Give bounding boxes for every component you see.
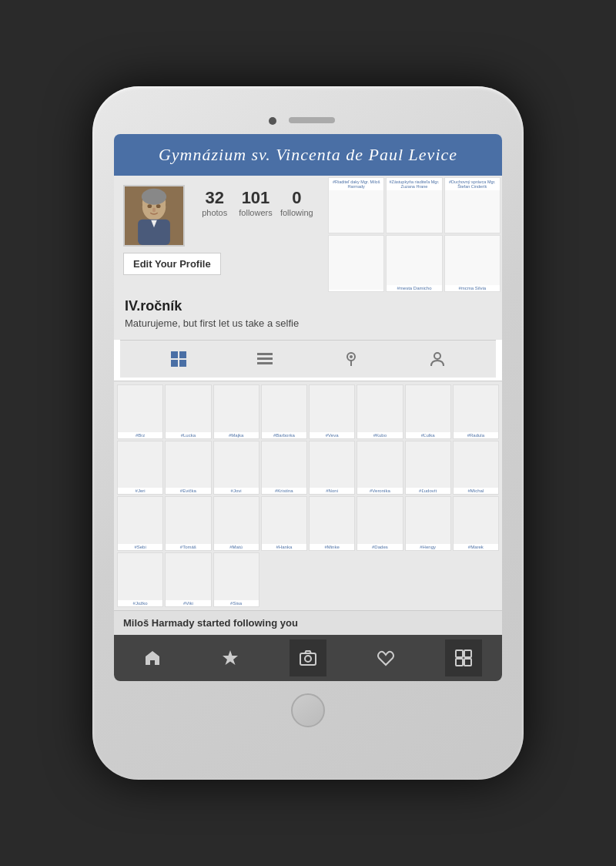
mini-photo-cell <box>328 235 384 291</box>
following-stat: 0 following <box>276 185 317 220</box>
main-photo-cell: #Kubo <box>357 384 403 439</box>
list-view-button[interactable] <box>251 345 279 373</box>
svg-point-6 <box>147 204 152 208</box>
camera-nav-button[interactable] <box>290 639 326 676</box>
username: IV.ročník <box>125 298 491 314</box>
main-photo-cell: #Jožko <box>117 552 163 607</box>
app-title: Gymnázium sv. Vincenta de Paul Levice <box>126 145 490 165</box>
main-photo-cell: #Majka <box>213 384 259 439</box>
speaker <box>289 117 335 123</box>
avatar <box>123 185 185 247</box>
main-photo-cell: #Hanka <box>261 496 307 551</box>
svg-point-3 <box>142 189 166 205</box>
location-view-button[interactable] <box>337 345 365 373</box>
tagged-view-button[interactable] <box>424 345 451 373</box>
main-photo-cell: #Tomáš <box>165 496 211 551</box>
main-photo-cell: #Ľulka <box>405 384 451 439</box>
svg-point-20 <box>305 656 311 662</box>
svg-rect-22 <box>464 650 471 657</box>
svg-point-8 <box>152 208 156 213</box>
profile-stats: 32 photos 101 followers 0 following <box>194 185 317 247</box>
grid-view-button[interactable] <box>165 345 192 373</box>
main-photo-cell: #Brz <box>117 384 163 439</box>
main-photo-grid: #Brz#Lucka#Majka#Barborka#Veva#Kubo#Ľulk… <box>114 381 502 611</box>
main-photo-cell: #Michal <box>453 441 499 495</box>
followers-stat: 101 followers <box>235 185 276 220</box>
svg-rect-21 <box>456 650 463 657</box>
main-photo-cell: #Lucka <box>165 384 211 439</box>
bottom-navigation <box>114 635 502 681</box>
main-photo-cell: #Marek <box>453 496 499 551</box>
svg-rect-9 <box>171 351 178 358</box>
main-photo-cell: #Barborka <box>261 384 307 439</box>
main-photo-cell: #Jeri <box>117 441 163 495</box>
camera-dot <box>269 117 276 125</box>
main-photo-cell: #Matú <box>213 496 259 551</box>
main-photo-cell: #Ľudovít <box>405 441 451 495</box>
mini-photo-cell: #Riaditeľ daky Mgr. Miloš Harmady <box>328 177 384 233</box>
mini-photo-cell: #Zástupkyňa riaditeľa Mgr. Zuzana Hrane <box>386 177 442 233</box>
svg-rect-13 <box>257 353 273 355</box>
main-photo-cell: #Veronika <box>357 441 403 495</box>
svg-rect-14 <box>257 357 273 360</box>
tablet-frame: Gymnázium sv. Vincenta de Paul Levice <box>92 86 524 780</box>
svg-rect-15 <box>257 362 273 364</box>
tablet-screen: Gymnázium sv. Vincenta de Paul Levice <box>114 134 502 681</box>
app-header: Gymnázium sv. Vincenta de Paul Levice <box>114 134 502 176</box>
profile-top: 32 photos 101 followers 0 following <box>114 176 326 253</box>
main-photo-cell: #Kristína <box>261 441 307 495</box>
main-photo-cell: #Noni <box>309 441 355 495</box>
profile-nav-button[interactable] <box>445 639 482 676</box>
explore-nav-button[interactable] <box>212 639 249 676</box>
main-photo-cell: #Jovi <box>213 441 259 495</box>
main-photo-cell: #Hengy <box>405 496 451 551</box>
svg-point-18 <box>434 353 440 359</box>
bio: Maturujeme, but first let us take a self… <box>125 317 491 329</box>
svg-point-17 <box>350 355 353 358</box>
home-nav-button[interactable] <box>134 639 171 676</box>
svg-rect-10 <box>179 351 186 358</box>
notification-text: started following you <box>194 617 297 629</box>
main-photo-cell: #Veva <box>309 384 355 439</box>
notification-user: Miloš Harmady <box>123 617 194 629</box>
main-photo-cell: #Radula <box>453 384 499 439</box>
mini-photo-cell: #mcma Silvia <box>444 235 500 291</box>
svg-rect-23 <box>456 659 463 666</box>
svg-rect-24 <box>464 659 471 666</box>
svg-rect-12 <box>179 360 186 367</box>
mini-photo-cell: #mesta Damicho <box>386 235 442 291</box>
svg-rect-11 <box>171 360 178 367</box>
main-photo-cell: #Viki <box>165 552 211 607</box>
main-photo-cell: #Sisa <box>213 552 259 607</box>
home-button[interactable] <box>291 693 325 727</box>
main-photo-cell: #Sebi <box>117 496 163 551</box>
main-photo-cell: #Minke <box>309 496 355 551</box>
main-photo-cell: #Dades <box>357 496 403 551</box>
mini-photo-cell: #Duchovný správca Mgr. Štefan Cinderík <box>444 177 500 233</box>
edit-profile-button[interactable]: Edit Your Profile <box>123 253 221 275</box>
top-right-photo-grid: #Riaditeľ daky Mgr. Miloš Harmady #Zástu… <box>326 176 502 294</box>
svg-point-7 <box>156 204 161 208</box>
photos-stat: 32 photos <box>194 185 235 220</box>
notification-bar: Miloš Harmady started following you <box>114 610 502 635</box>
main-photo-cell: #Evička <box>165 441 211 495</box>
likes-nav-button[interactable] <box>367 639 404 676</box>
